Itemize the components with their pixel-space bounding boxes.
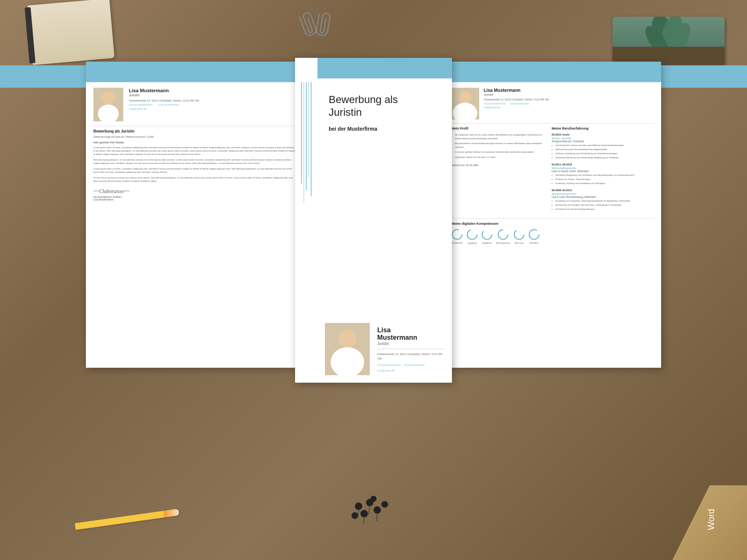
cv-birth: Geboren am: 04.04.1980 [451,164,546,167]
cv-experience-title: Meine Berufserfahrung [552,127,654,130]
exp-bullets-1: Vertretung des Hauses bei allen gerichtl… [552,144,654,159]
comp-powerpoint: MS PowerPoint [496,228,510,244]
title-page-main: Bewerbung als Juristin bei der Musterfir… [317,58,452,383]
cv-main-divider [451,123,654,124]
exp-company-3: Law & Order Rechtsberatung, Mittelstadt [552,196,654,198]
exp-role-2: Wirtschaftsjuristin [552,167,654,170]
svg-line-33 [376,514,377,521]
cover-letter-reference: Stellenanzeige auf jobs.de, Referenznumm… [93,136,295,138]
cover-letter-title-role: Juristin [129,93,199,97]
cover-letter-photo [93,88,123,121]
comp-winmacs: WinMACS [481,228,493,244]
title-page-inner: Bewerbung als Juristin bei der Musterfir… [295,58,452,383]
comp-word-label: MS Word [528,242,540,244]
svg-rect-12 [337,352,358,375]
notebook-decoration [27,0,114,65]
title-page-name-section: LisaMustermann Juristin Fantasiestraße 1… [377,323,444,373]
title-page-header-bar [317,58,452,78]
cover-letter-body-3: Lorem ipsum dolor sit amet, consetetur s… [93,167,295,174]
comp-powerpoint-label: MS PowerPoint [496,242,510,244]
exp-bullets-3: Erstellung von Gutachten, Bereinigungsar… [552,199,654,211]
cv-social: /in/Lisa-Mustermann /Lisa-Mustermann [484,102,549,105]
svg-point-29 [381,501,388,508]
top-decoration-area [0,0,747,65]
svg-point-17 [452,230,462,239]
title-page-name: LisaMustermann [377,327,444,342]
svg-point-20 [498,230,508,239]
cv-right-column: Meine Berufserfahrung 09.2015–heute Seni… [552,127,654,215]
cv-competence-circles: ACTAPORT Legalninja WinMACS [451,228,654,244]
svg-point-6 [102,91,115,105]
stripe-line-4 [309,82,309,177]
cv-header: Lisa Mustermann Juristin Fantasiestraße … [451,88,654,119]
comp-actaport-label: ACTAPORT [451,242,463,244]
exp-company-1: Zinsgück Bank AG, Großstadt [552,140,654,143]
cv-two-column: Mein Profil Als Volljuristin habe ich im… [451,127,654,215]
svg-point-21 [514,230,524,239]
stripe-line-5 [311,82,311,196]
cv-profile-title: Mein Profil [451,127,546,130]
cv-header-bar [444,62,661,82]
svg-point-14 [459,91,471,104]
comp-excel: MS Excel [513,228,525,244]
stripe-line-2 [304,82,304,203]
stripe-lines [301,78,311,209]
svg-point-28 [351,512,358,519]
svg-point-10 [338,329,357,348]
signature-person: Lisa Mustermann [93,198,295,201]
cv-name-block: Lisa Mustermann Juristin Fantasiestraße … [484,88,549,109]
comp-excel-label: MS Excel [513,242,525,244]
exp-date-1: 09.2015–heute [552,133,654,136]
cv-name: Lisa Mustermann [484,88,549,93]
title-page-contact: Fantasiestraße 14, 33114 Großstadt | Tel… [377,352,444,373]
svg-rect-16 [458,106,472,119]
cover-letter-body-2: Stet clita kasd gubergren, no sea takima… [93,158,295,165]
profile-bullet-4: Außerdem arbeite ich sehr gern im Team. [455,156,546,159]
cv-address: Fantasiestraße 14, 33114 Großstadt | Tel… [484,98,549,101]
comp-word: MS Word [528,228,540,244]
svg-line-31 [369,506,370,514]
cv-photo [451,88,479,119]
thumbtacks-group [340,491,407,530]
profile-bullet-3: In meiner größten Stärken ist, komplexe … [455,150,546,154]
comp-legalninja-label: Legalninja [466,242,478,244]
profile-bullet-2: Bei gerichtlichen Auseinandersetzungen k… [455,142,546,149]
title-page-role: Juristin [377,342,444,346]
cv-competences-title: Meine digitalen Kompetenzen [451,222,654,225]
cv-email: Lisa@name.de [484,106,549,109]
cv-document: Lisa Mustermann Juristin Fantasiestraße … [444,62,661,368]
title-page-document: Bewerbung als Juristin bei der Musterfir… [295,58,452,383]
cover-letter-header: Lisa Mustermann Juristin Fantasiestraße … [93,88,295,121]
cover-letter-header-bar [86,62,303,82]
svg-line-32 [363,517,364,524]
svg-point-27 [371,496,376,502]
bottom-decoration-area [0,467,747,560]
svg-point-25 [360,510,368,517]
cv-experience-3: 09.2006–03.2011 Wirtschaftsjuristin Law … [552,189,654,211]
word-label: Word [706,509,732,530]
cv-experience-1: 09.2015–heute Senior-Juristin Zinsgück B… [552,133,654,159]
svg-point-19 [482,230,492,239]
cover-letter-email: Lisa@name.de [129,108,199,110]
cover-letter-address: Fantasiestraße 14, 33114 Großstadt | Tel… [129,99,199,102]
cv-digital-section: Meine digitalen Kompetenzen ACTAPORT Leg… [451,218,654,244]
exp-date-2: 04.2011–08.2015 [552,163,654,166]
profile-bullet-1: Als Volljuristin habe ich im Laufe meine… [455,133,546,140]
svg-point-18 [467,230,477,239]
comp-winmacs-label: WinMACS [481,242,493,244]
title-page-photo-section: LisaMustermann Juristin Fantasiestraße 1… [317,315,452,383]
stripe-line-1 [301,82,302,184]
svg-point-22 [529,230,539,239]
signature-area: ~~Claborasoo~~ mit freundlichen Grüßen L… [93,189,295,201]
exp-role-1: Senior-Juristin [552,137,654,140]
comp-actaport: ACTAPORT [451,228,463,244]
cover-letter-social: /in/Lisa-Mustermann /Lisa-Mustermann [129,103,199,106]
pencil-decoration [75,509,179,530]
exp-role-3: Wirtschaftsjuristin [552,192,654,196]
cover-letter-body-4: At vero eos et accusam et justo duo dolo… [93,176,295,183]
exp-bullets-2: Rechtliche Begleitung von Produkten und … [552,174,654,185]
exp-company-2: Liefer & Freuen GmbH, Mittelstadt [552,170,654,172]
exp-date-3: 09.2006–03.2011 [552,189,654,192]
title-page-name-divider [377,349,444,349]
signature-company: mit freundlichen Grüßen [93,196,295,198]
